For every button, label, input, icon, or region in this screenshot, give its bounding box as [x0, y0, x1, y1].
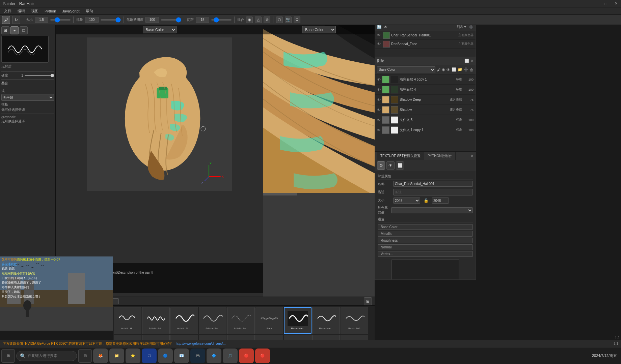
canvas-right-dropdown[interactable]: Base Color — [302, 26, 336, 33]
tab-python[interactable]: PYTHON控制台 — [424, 152, 456, 160]
start-button[interactable]: ⊞ — [1, 349, 15, 363]
sample-icon[interactable]: △ — [255, 17, 262, 23]
blend-mode-select[interactable]: Base Color — [377, 66, 435, 73]
layer-brush-icon[interactable]: 🖌 — [437, 68, 440, 72]
mode-select[interactable]: 无平铺 平铺 — [1, 94, 54, 101]
layer-eye-3[interactable]: 👁 — [377, 108, 381, 112]
ts-icon-square[interactable]: ⬜ — [396, 161, 404, 170]
taskbar-chrome[interactable]: 🔵 — [158, 348, 173, 363]
add-texture-icon[interactable]: ➕ — [469, 25, 474, 29]
tool-brush-icon[interactable]: ● — [10, 26, 19, 34]
brush-artistic-so3[interactable]: Artistic So... — [227, 307, 255, 334]
channel-base-color[interactable]: Base Color — [378, 224, 473, 230]
ts-size-input[interactable] — [432, 198, 449, 204]
texture-item-1[interactable]: 👁 Char_RanSendai_Hair001 主要颜色器 — [375, 31, 476, 40]
ts-size-select[interactable]: 204810244096 — [393, 198, 420, 204]
taskbar-mail[interactable]: 📧 — [174, 348, 189, 363]
brush-basic-soft[interactable]: Basic Soft — [341, 307, 368, 334]
eye-item-1[interactable]: 👁 — [377, 33, 382, 38]
layer-mask-icon[interactable]: ⬜ — [452, 67, 456, 72]
opacity-input[interactable] — [145, 17, 159, 23]
layer-eye-5[interactable]: 👁 — [377, 128, 381, 132]
layer-expand-icon[interactable]: ⬜ — [464, 59, 469, 63]
brush-grid-icon[interactable]: ⊞ — [364, 297, 372, 305]
taskbar-search[interactable]: 🔍 在此键入进行搜索 — [16, 351, 77, 361]
layer-item-1[interactable]: 👁 清完面层 4 标准 100 — [375, 85, 476, 95]
layer-item-2[interactable]: 👁 Shadow Deep 正片叠底 75 — [375, 95, 476, 105]
channel-normal[interactable]: Normal — [378, 244, 473, 250]
brush-bark[interactable]: Bark — [255, 307, 283, 334]
layer-eye-0[interactable]: 👁 — [377, 78, 381, 82]
flow-slider[interactable] — [101, 19, 121, 21]
tool-icon-3d[interactable]: ⬡ — [276, 17, 283, 23]
brush-artistic-h2[interactable]: Artistic H... — [114, 307, 141, 334]
taskbar-app-11[interactable]: 🔴 — [255, 348, 270, 363]
tab-texture-settings[interactable]: TEXTURE SBT权源矢设置 — [377, 152, 424, 160]
layer-eye-icon[interactable]: 👁 — [447, 68, 450, 72]
status-link[interactable]: http://www.geforce.com/drivers/... — [176, 342, 226, 345]
color-picker-icon[interactable]: ◉ — [246, 17, 253, 23]
layer-delete-icon[interactable]: 🗑 — [470, 68, 474, 72]
layer-eye-2[interactable]: 👁 — [377, 98, 381, 102]
layer-eye-1[interactable]: 👁 — [377, 88, 381, 92]
menu-view[interactable]: 视图 — [28, 8, 41, 14]
minimize-button[interactable]: ─ — [591, 0, 601, 7]
brush-basic-hard[interactable]: Basic Hard — [284, 307, 312, 334]
layer-item-5[interactable]: 👁 文件夹 1 copy 1 标准 100 — [375, 125, 476, 135]
size-slider[interactable] — [50, 19, 71, 21]
hardness-thumb[interactable] — [51, 74, 54, 77]
rotate-icon[interactable]: ↻ — [12, 16, 20, 24]
spacing-input[interactable] — [196, 17, 209, 23]
menu-help[interactable]: 帮助 — [83, 8, 96, 14]
channel-metallic[interactable]: Metallic — [378, 231, 473, 237]
layer-folder-icon[interactable]: 📁 — [458, 67, 462, 72]
opacity-slider[interactable] — [161, 19, 181, 21]
menu-python[interactable]: Python — [42, 8, 59, 14]
ts-color-select[interactable] — [391, 207, 473, 213]
taskbar-music[interactable]: 🎵 — [223, 348, 238, 363]
layer-item-4[interactable]: 👁 文件夹 3 标准 100 — [375, 115, 476, 125]
canvas-right[interactable] — [263, 25, 375, 297]
channel-vertex[interactable]: Vertex... — [378, 251, 473, 257]
eye-item-2[interactable]: 👁 — [377, 42, 382, 47]
taskbar-firefox[interactable]: 🦊 — [93, 348, 108, 363]
tool-icon-cam[interactable]: 📷 — [285, 17, 292, 23]
pick-icon[interactable]: ⊕ — [264, 17, 270, 23]
layer-add-icon[interactable]: ➕ — [464, 67, 468, 72]
close-button[interactable]: ✕ — [611, 0, 621, 7]
lock-icon[interactable]: 🔒 — [424, 198, 429, 203]
layer-pick-icon[interactable]: ◉ — [442, 67, 445, 72]
eye2-icon[interactable]: 👁 — [384, 25, 387, 29]
brush-artistic-pri[interactable]: Artistic Pri... — [142, 307, 170, 334]
tool-icon-cfg[interactable]: ⚙ — [294, 17, 300, 23]
tool-layers-icon[interactable]: ⊞ — [1, 26, 9, 34]
brush-tool-icon[interactable]: 🖌 — [2, 16, 10, 24]
menu-javascript[interactable]: JavaScript — [59, 8, 82, 14]
brush-artistic-so2[interactable]: Artistic So... — [199, 307, 226, 334]
spacing-slider[interactable] — [211, 19, 232, 21]
texture-item-2[interactable]: 👁 RanSendai_Face 主要颜色器 — [375, 40, 476, 49]
ts-icon-settings[interactable]: ⚙ — [377, 161, 385, 170]
taskbar-app-3[interactable]: ⭐ — [126, 348, 140, 363]
taskbar-explorer[interactable]: 📁 — [109, 348, 124, 363]
ts-icon-eye[interactable]: 👁 — [386, 161, 395, 170]
taskbar-app-10[interactable]: 🔴 — [239, 348, 254, 363]
tool-square-icon[interactable]: □ — [20, 26, 28, 34]
brush-basic-har2[interactable]: Basic Har... — [312, 307, 340, 334]
taskbar-shield[interactable]: 🛡 — [142, 348, 157, 363]
maximize-button[interactable]: □ — [601, 0, 611, 7]
refresh-icon[interactable]: 🔄 — [377, 25, 382, 29]
layer-item-3[interactable]: 👁 Shadow 正片叠底 75 — [375, 105, 476, 115]
settings-close-icon[interactable]: ✕ — [470, 154, 474, 158]
flow-input[interactable] — [85, 17, 99, 23]
size-input[interactable] — [35, 17, 48, 23]
layer-item-0[interactable]: 👁 清完面层 4 copy 1 标准 100 — [375, 74, 476, 85]
layer-eye-4[interactable]: 👁 — [377, 118, 381, 122]
taskbar-steam[interactable]: 🎮 — [190, 348, 205, 363]
channel-roughness[interactable]: Roughness — [378, 238, 473, 243]
menu-file[interactable]: 文件 — [1, 8, 14, 14]
canvas-left-dropdown[interactable]: Base Color — [143, 26, 177, 33]
taskview-button[interactable]: ⊟ — [78, 349, 92, 363]
brush-artistic-so1[interactable]: Artistic So... — [170, 307, 198, 334]
layer-close-icon[interactable]: ✕ — [470, 59, 474, 63]
